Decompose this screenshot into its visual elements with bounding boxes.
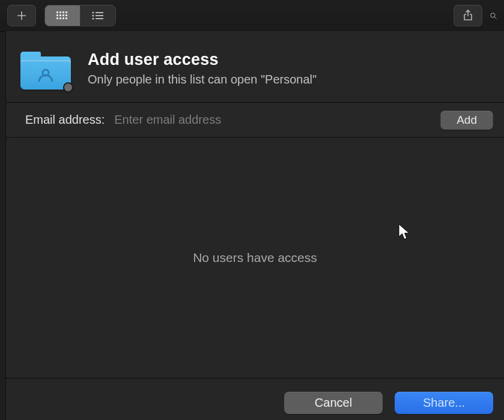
- folder-glyph-icon: [37, 68, 55, 82]
- search-toolbar-button[interactable]: [491, 10, 497, 22]
- list-icon: [91, 11, 105, 20]
- svg-rect-1: [59, 11, 61, 13]
- svg-rect-0: [56, 11, 58, 13]
- dialog-header: Add user access Only people in this list…: [6, 31, 504, 102]
- share-button[interactable]: Share...: [395, 392, 493, 414]
- user-list: No users have access: [6, 138, 504, 378]
- view-mode-segmented-control: [44, 5, 116, 26]
- plus-icon: [16, 10, 27, 21]
- add-button[interactable]: Add: [440, 111, 493, 130]
- view-mode-list-button[interactable]: [80, 5, 115, 26]
- dialog-heading-group: Add user access Only people in this list…: [88, 50, 317, 87]
- svg-rect-9: [59, 17, 61, 19]
- empty-state-text: No users have access: [193, 251, 317, 265]
- search-icon: [490, 10, 497, 22]
- email-label: Email address:: [25, 113, 105, 127]
- svg-rect-3: [65, 11, 67, 13]
- svg-rect-17: [96, 18, 103, 19]
- finder-window: Add user access Only people in this list…: [0, 0, 504, 420]
- svg-rect-13: [96, 12, 103, 13]
- svg-rect-7: [65, 14, 67, 16]
- dialog-footer: Cancel Share...: [6, 378, 504, 420]
- grid-icon: [56, 11, 69, 20]
- svg-point-12: [92, 11, 94, 13]
- svg-point-16: [92, 17, 94, 19]
- svg-rect-6: [62, 14, 64, 16]
- svg-rect-15: [96, 15, 103, 16]
- share-icon: [463, 10, 473, 22]
- toolbar: [0, 0, 504, 32]
- svg-rect-5: [59, 14, 61, 16]
- svg-point-14: [92, 14, 94, 16]
- email-row: Email address: Add: [6, 102, 504, 138]
- shared-folder-icon: [20, 52, 71, 90]
- add-user-access-dialog: Add user access Only people in this list…: [5, 31, 504, 420]
- share-toolbar-button[interactable]: [454, 5, 482, 26]
- svg-rect-2: [62, 11, 64, 13]
- svg-rect-10: [62, 17, 64, 19]
- new-tab-button[interactable]: [7, 5, 36, 26]
- dialog-title: Add user access: [88, 50, 317, 69]
- svg-point-19: [43, 70, 49, 76]
- email-input[interactable]: [113, 109, 432, 130]
- svg-rect-4: [56, 14, 58, 16]
- view-mode-icons-button[interactable]: [45, 5, 80, 26]
- cancel-button[interactable]: Cancel: [284, 392, 383, 414]
- dialog-subtitle: Only people in this list can open "Perso…: [88, 73, 317, 87]
- svg-rect-8: [56, 17, 58, 19]
- svg-point-18: [491, 13, 495, 17]
- svg-rect-11: [65, 17, 67, 19]
